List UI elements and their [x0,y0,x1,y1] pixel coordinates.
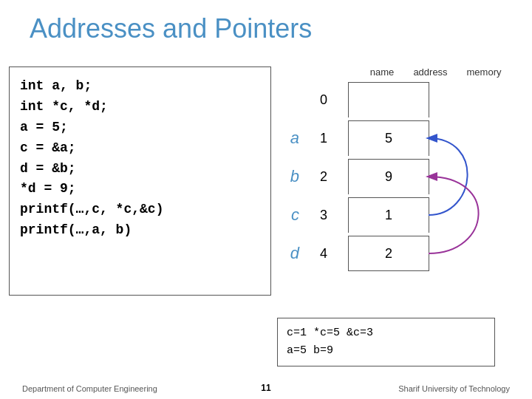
row-memory [348,82,429,117]
output-line1: c=1 *c=5 &c=3 [287,324,485,342]
row-memory: 2 [348,236,429,271]
row-memory: 1 [348,197,429,233]
table-row: a 1 5 [277,119,521,157]
row-address: 2 [313,169,335,185]
table-row: 0 [277,81,521,119]
table-row: b 2 9 [277,157,521,196]
row-name: b [277,167,299,186]
output-line2: a=5 b=9 [287,342,485,360]
row-address: 1 [313,131,335,146]
row-name: c [277,205,299,225]
footer-left: Department of Computer Engineering [22,384,157,393]
header-name: name [367,66,397,78]
row-name: d [277,244,299,263]
footer-page-number: 11 [261,383,270,393]
header-memory: memory [451,66,517,78]
code-content: int a, b; int *c, *d; a = 5; c = &a; d =… [20,76,260,241]
row-address: 0 [313,92,335,108]
row-memory: 9 [348,159,429,194]
page-title: Addresses and Pointers [30,13,312,44]
table-row: c 3 1 [277,196,521,234]
row-name: a [277,129,299,148]
footer-right: Sharif University of Technology [398,384,510,393]
table-headers: name address memory [277,66,521,78]
table-row: d 4 2 [277,234,521,273]
output-box: c=1 *c=5 &c=3 a=5 b=9 [277,318,495,366]
row-address: 3 [313,208,335,223]
header-address: address [410,66,451,78]
code-box: int a, b; int *c, *d; a = 5; c = &a; d =… [9,66,271,296]
table-rows: 0 a 1 5 b 2 9 c 3 1 [277,81,521,273]
row-address: 4 [313,246,335,262]
row-memory: 5 [348,120,429,156]
table-area: name address memory 0 a 1 5 b 2 9 [277,66,521,273]
